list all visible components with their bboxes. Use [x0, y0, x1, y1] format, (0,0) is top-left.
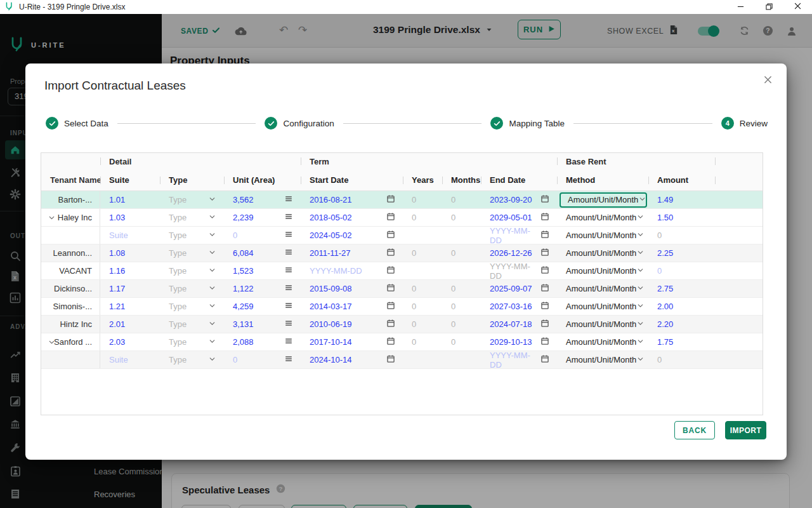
suite-cell[interactable]: 1.08 — [100, 244, 160, 262]
method-select[interactable]: Amount/Unit/Month — [557, 298, 648, 315]
suite-cell[interactable]: 1.03 — [100, 209, 160, 226]
restore-icon[interactable] — [755, 0, 783, 14]
type-select[interactable]: Type — [160, 298, 224, 315]
type-select[interactable]: Type — [160, 316, 224, 333]
amount-cell[interactable]: 2.75 — [648, 280, 715, 297]
start-date-cell[interactable]: 2018-05-02 — [301, 209, 403, 226]
months-cell[interactable] — [442, 351, 481, 368]
months-cell[interactable]: 0 — [442, 298, 481, 315]
amount-cell[interactable]: 0 — [648, 227, 715, 244]
years-cell[interactable] — [403, 227, 442, 244]
unit-area-cell[interactable]: 0 — [224, 351, 301, 368]
suite-cell[interactable]: 1.21 — [100, 298, 160, 315]
start-date-cell[interactable]: 2017-10-14 — [301, 333, 403, 351]
start-date-cell[interactable]: 2016-08-21 — [301, 191, 403, 208]
type-select[interactable]: Type — [160, 333, 224, 351]
years-cell[interactable]: 0 — [403, 191, 442, 208]
amount-cell[interactable]: 0 — [648, 262, 715, 279]
start-date-cell[interactable]: 2010-06-19 — [301, 316, 403, 333]
end-date-cell[interactable]: 2024-07-18 — [481, 316, 557, 333]
unit-area-cell[interactable]: 2,239 — [224, 209, 301, 226]
months-cell[interactable]: 0 — [442, 244, 481, 262]
years-cell[interactable]: 0 — [403, 209, 442, 226]
suite-cell[interactable]: Suite — [100, 227, 160, 244]
expand-chevron-icon[interactable] — [48, 338, 56, 346]
method-select[interactable]: Amount/Unit/Month — [557, 262, 648, 279]
months-cell[interactable] — [442, 227, 481, 244]
start-date-cell[interactable]: 2024-05-02 — [301, 227, 403, 244]
start-date-cell[interactable]: 2014-03-17 — [301, 298, 403, 315]
method-select[interactable]: Amount/Unit/Month — [557, 227, 648, 244]
amount-cell[interactable]: 2.00 — [648, 298, 715, 315]
amount-cell[interactable]: 0 — [648, 351, 715, 368]
type-select[interactable]: Type — [160, 209, 224, 226]
type-select[interactable]: Type — [160, 191, 224, 208]
type-select[interactable]: Type — [160, 244, 224, 262]
start-date-cell[interactable]: YYYY-MM-DD — [301, 262, 403, 279]
step-mapping-table[interactable]: Mapping Table — [490, 117, 565, 130]
years-cell[interactable] — [403, 262, 442, 279]
unit-area-cell[interactable]: 0 — [224, 227, 301, 244]
minimize-icon[interactable] — [726, 0, 755, 14]
unit-area-cell[interactable]: 3,562 — [224, 191, 301, 208]
method-select[interactable]: Amount/Unit/Month — [557, 351, 648, 368]
unit-area-cell[interactable]: 4,259 — [224, 298, 301, 315]
amount-cell[interactable]: 1.75 — [648, 333, 715, 351]
method-select[interactable]: Amount/Unit/Month — [557, 244, 648, 262]
start-date-cell[interactable]: 2024-10-14 — [301, 351, 403, 368]
suite-cell[interactable]: 2.01 — [100, 316, 160, 333]
amount-cell[interactable]: 2.25 — [648, 244, 715, 262]
close-window-icon[interactable] — [783, 0, 812, 14]
years-cell[interactable]: 0 — [403, 244, 442, 262]
unit-area-cell[interactable]: 2,088 — [224, 333, 301, 351]
amount-cell[interactable]: 1.49 — [648, 191, 715, 208]
months-cell[interactable] — [442, 262, 481, 279]
step-review[interactable]: 4 Review — [721, 117, 768, 130]
import-button[interactable]: IMPORT — [725, 421, 766, 439]
months-cell[interactable]: 0 — [442, 333, 481, 351]
months-cell[interactable]: 0 — [442, 280, 481, 297]
unit-area-cell[interactable]: 1,523 — [224, 262, 301, 279]
end-date-cell[interactable]: YYYY-MM-DD — [481, 351, 557, 368]
suite-cell[interactable]: Suite — [100, 351, 160, 368]
end-date-cell[interactable]: 2029-10-13 — [481, 333, 557, 351]
start-date-cell[interactable]: 2011-11-27 — [301, 244, 403, 262]
type-select[interactable]: Type — [160, 351, 224, 368]
method-select[interactable]: Amount/Unit/Month — [557, 333, 648, 351]
suite-cell[interactable]: 1.01 — [100, 191, 160, 208]
end-date-cell[interactable]: YYYY-MM-DD — [481, 262, 557, 279]
suite-cell[interactable]: 2.03 — [100, 333, 160, 351]
end-date-cell[interactable]: 2029-05-01 — [481, 209, 557, 226]
type-select[interactable]: Type — [160, 280, 224, 297]
years-cell[interactable]: 0 — [403, 333, 442, 351]
end-date-cell[interactable]: 2023-09-20 — [481, 191, 557, 208]
step-select-data[interactable]: Select Data — [46, 117, 108, 130]
years-cell[interactable]: 0 — [403, 298, 442, 315]
unit-area-cell[interactable]: 1,122 — [224, 280, 301, 297]
method-select[interactable]: Amount/Unit/Month — [557, 191, 648, 208]
method-select[interactable]: Amount/Unit/Month — [557, 209, 648, 226]
method-select[interactable]: Amount/Unit/Month — [557, 316, 648, 333]
end-date-cell[interactable]: 2026-12-26 — [481, 244, 557, 262]
amount-cell[interactable]: 1.50 — [648, 209, 715, 226]
method-select[interactable]: Amount/Unit/Month — [557, 280, 648, 297]
unit-area-cell[interactable]: 3,131 — [224, 316, 301, 333]
years-cell[interactable] — [403, 351, 442, 368]
end-date-cell[interactable]: 2027-03-16 — [481, 298, 557, 315]
close-icon[interactable] — [761, 73, 774, 86]
start-date-cell[interactable]: 2015-09-08 — [301, 280, 403, 297]
back-button[interactable]: BACK — [674, 421, 715, 439]
type-select[interactable]: Type — [160, 227, 224, 244]
step-configuration[interactable]: Configuration — [265, 117, 334, 130]
months-cell[interactable]: 0 — [442, 316, 481, 333]
amount-cell[interactable]: 2.20 — [648, 316, 715, 333]
years-cell[interactable]: 0 — [403, 316, 442, 333]
months-cell[interactable]: 0 — [442, 209, 481, 226]
years-cell[interactable]: 0 — [403, 280, 442, 297]
suite-cell[interactable]: 1.16 — [100, 262, 160, 279]
unit-area-cell[interactable]: 6,084 — [224, 244, 301, 262]
end-date-cell[interactable]: YYYY-MM-DD — [481, 227, 557, 244]
suite-cell[interactable]: 1.17 — [100, 280, 160, 297]
months-cell[interactable]: 0 — [442, 191, 481, 208]
expand-chevron-icon[interactable] — [48, 213, 56, 222]
